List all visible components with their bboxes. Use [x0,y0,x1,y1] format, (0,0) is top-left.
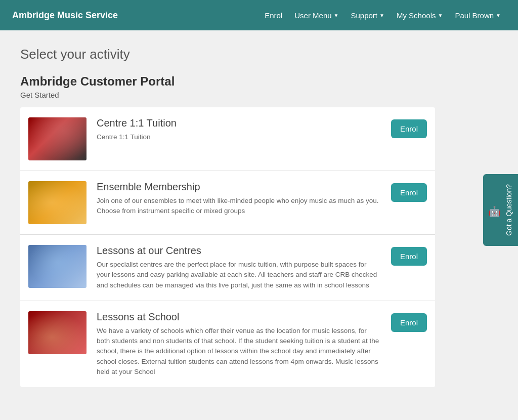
page-title: Select your activity [20,47,435,62]
activity-name-ensemble: Ensemble Membership [97,181,381,193]
enrol-button-lessons-centres[interactable]: Enrol [391,247,427,266]
question-sidebar[interactable]: Got a Question? 🤖 [483,174,518,246]
activity-item-ensemble: Ensemble MembershipJoin one of our ensem… [20,171,435,235]
activity-name-centre-tuition: Centre 1:1 Tuition [97,117,381,129]
activity-image-ensemble [28,181,87,224]
nav-links: EnrolUser Menu▼Support▼My Schools▼Paul B… [260,7,506,24]
brand-logo: Ambridge Music Service [12,10,260,21]
activity-name-lessons-school: Lessons at School [97,311,381,323]
get-started-label: Get Started [20,91,435,99]
activity-desc-centre-tuition: Centre 1:1 Tuition [97,132,381,142]
enrol-button-centre-tuition[interactable]: Enrol [391,119,427,138]
chevron-down-icon: ▼ [496,13,501,18]
activity-content-centre-tuition: Centre 1:1 TuitionCentre 1:1 Tuition [97,117,381,142]
nav-link-enrol[interactable]: Enrol [260,7,287,24]
portal-title: Ambridge Customer Portal [20,74,435,89]
activity-image-lessons-centres [28,245,87,288]
activity-desc-lessons-centres: Our specialist centres are the perfect p… [97,260,381,290]
robot-icon: 🤖 [488,205,501,218]
activity-content-ensemble: Ensemble MembershipJoin one of our ensem… [97,181,381,217]
question-sidebar-label: Got a Question? [505,184,513,236]
main-content: Select your activity Ambridge Customer P… [0,30,455,403]
activity-item-centre-tuition: Centre 1:1 TuitionCentre 1:1 TuitionEnro… [20,107,435,171]
nav-link-paul-brown[interactable]: Paul Brown▼ [450,7,506,24]
nav-link-support[interactable]: Support▼ [346,7,389,24]
activity-desc-ensemble: Join one of our ensembles to meet with l… [97,196,381,217]
activity-list: Centre 1:1 TuitionCentre 1:1 TuitionEnro… [20,107,435,387]
enrol-button-lessons-school[interactable]: Enrol [391,313,427,332]
activity-content-lessons-centres: Lessons at our CentresOur specialist cen… [97,245,381,290]
chevron-down-icon: ▼ [438,13,443,18]
activity-image-centre-tuition [28,117,87,160]
nav-link-user-menu[interactable]: User Menu▼ [289,7,343,24]
activity-item-lessons-centres: Lessons at our CentresOur specialist cen… [20,235,435,301]
activity-item-lessons-school: Lessons at SchoolWe have a variety of sc… [20,301,435,387]
activity-name-lessons-centres: Lessons at our Centres [97,245,381,257]
chevron-down-icon: ▼ [379,13,384,18]
activity-content-lessons-school: Lessons at SchoolWe have a variety of sc… [97,311,381,377]
nav-link-my-schools[interactable]: My Schools▼ [392,7,448,24]
activity-image-lessons-school [28,311,87,354]
main-nav: Ambridge Music Service EnrolUser Menu▼Su… [0,0,518,30]
chevron-down-icon: ▼ [334,13,339,18]
activity-desc-lessons-school: We have a variety of schools which offer… [97,326,381,377]
enrol-button-ensemble[interactable]: Enrol [391,183,427,202]
